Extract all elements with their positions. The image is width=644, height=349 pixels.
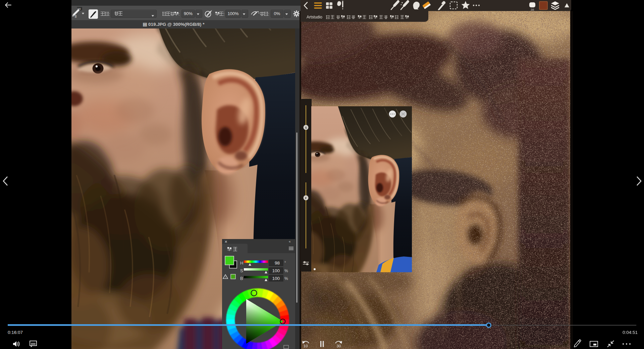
svg-text:16: 16 — [78, 7, 81, 10]
svg-text:%: % — [284, 276, 288, 281]
svg-text:H: H — [240, 260, 243, 266]
svg-text:!: ! — [225, 276, 226, 279]
svg-text:30: 30 — [337, 344, 341, 348]
svg-text:S: S — [240, 268, 243, 273]
svg-text:°: ° — [284, 260, 286, 265]
svg-text:38: 38 — [531, 8, 534, 11]
svg-text:%: % — [284, 269, 288, 273]
svg-text:B: B — [240, 276, 243, 281]
svg-text:100: 100 — [272, 268, 280, 273]
svg-text:S: S — [305, 126, 307, 129]
svg-text:F: F — [305, 196, 307, 200]
svg-text:100: 100 — [272, 276, 280, 281]
svg-text:98: 98 — [275, 260, 280, 266]
svg-text:10: 10 — [304, 344, 308, 348]
